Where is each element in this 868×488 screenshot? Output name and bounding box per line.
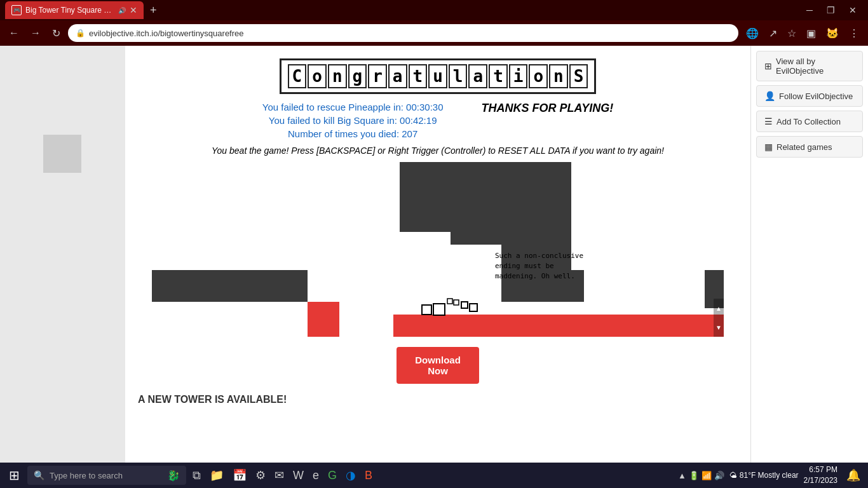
calendar-icon[interactable]: 📅	[229, 466, 250, 485]
congrats-s: S	[569, 64, 588, 88]
edge2-icon[interactable]: ◑	[342, 466, 360, 485]
forward-button[interactable]: →	[27, 25, 44, 41]
congrats-u: u	[428, 64, 447, 88]
collection-icon: ☰	[764, 116, 773, 126]
stat-pineapple: You failed to rescue Pineapple in: 00:30…	[262, 102, 444, 112]
stats-left: You failed to rescue Pineapple in: 00:30…	[262, 102, 444, 142]
platform-step2	[451, 245, 501, 270]
minimize-button[interactable]: ─	[800, 3, 819, 18]
related-games-label: Related games	[776, 142, 832, 152]
google-icon[interactable]: 🌐	[742, 25, 763, 42]
svg-rect-3	[454, 300, 459, 305]
task-view-icon[interactable]: ⧉	[189, 466, 205, 485]
congrats-a: a	[388, 64, 407, 88]
view-all-label: View all by EvilObjective	[776, 57, 855, 76]
view-all-button[interactable]: ⊞ View all by EvilObjective	[756, 51, 863, 81]
url-text: evilobjective.itch.io/bigtowertinysquare…	[89, 29, 244, 38]
related-icon: ▦	[764, 142, 773, 152]
congrats-a2: a	[468, 64, 487, 88]
download-button[interactable]: Download Now	[397, 347, 479, 384]
volume-icon: 🔊	[714, 471, 724, 480]
tray-up-icon: ▲	[678, 471, 686, 480]
taskbar-pinned-icons: ⧉ 📁 📅 ⚙ ✉ W e G ◑ B	[189, 466, 376, 485]
close-button[interactable]: ✕	[843, 3, 863, 18]
svg-rect-2	[447, 299, 452, 304]
mail-icon[interactable]: ✉	[271, 466, 288, 485]
congrats-t2: t	[489, 64, 508, 88]
clock-widget: 6:57 PM 2/17/2023	[804, 464, 837, 486]
start-button[interactable]: ⊞	[4, 465, 25, 485]
congrats-c: C	[288, 64, 307, 88]
tab-close-btn[interactable]: ✕	[130, 5, 137, 15]
congrats-n2: n	[549, 64, 568, 88]
svg-rect-5	[470, 304, 477, 311]
player-characters	[416, 286, 492, 337]
word-icon[interactable]: W	[289, 466, 308, 485]
tab-favicon: 🎮	[11, 5, 22, 15]
bookmark-icon[interactable]: ☆	[783, 25, 800, 42]
sidebar-avatar	[43, 135, 81, 173]
explorer-icon[interactable]: 📁	[206, 466, 227, 485]
profile-icon[interactable]: 🐱	[822, 25, 843, 42]
game-canvas: Such a non-conclusive ending must be mad…	[152, 162, 724, 337]
system-tray-icons: ▲ 🔋 📶 🔊	[678, 471, 724, 480]
search-icon: 🔍	[34, 470, 44, 480]
svg-rect-0	[422, 305, 431, 315]
platform-top-left	[152, 162, 400, 270]
tab-area: 🎮 Big Tower Tiny Square by Ev 🔊 ✕ +	[5, 1, 161, 19]
battery-icon: 🔋	[689, 471, 699, 480]
congrats-r: r	[368, 64, 387, 88]
stats-right: THANKS FOR PLAYING!	[482, 102, 614, 115]
time-display: 6:57 PM	[804, 464, 837, 475]
follow-button[interactable]: 👤 Follow EvilObjective	[756, 85, 863, 107]
share-icon[interactable]: ↗	[765, 25, 781, 42]
related-games-button[interactable]: ▦ Related games	[756, 136, 863, 158]
congrats-i: i	[509, 64, 528, 88]
menu-icon[interactable]: ⋮	[845, 25, 863, 42]
congrats-o: o	[308, 64, 327, 88]
brave-icon[interactable]: B	[361, 466, 376, 485]
window-controls: ─ ❐ ✕	[800, 3, 863, 18]
weather-text: 81°F Mostly clear	[740, 471, 799, 480]
network-icon: 📶	[702, 471, 712, 480]
notification-icon[interactable]: 🔔	[843, 466, 864, 485]
red-platform-left	[308, 302, 339, 337]
new-tower-text: A NEW TOWER IS AVAILABLE!	[138, 394, 738, 405]
svg-rect-1	[433, 304, 445, 315]
grid-icon: ⊞	[764, 61, 772, 71]
dragon-icon: 🐉	[167, 470, 180, 482]
search-placeholder: Type here to search	[50, 471, 123, 480]
add-collection-button[interactable]: ☰ Add To Collection	[756, 111, 863, 132]
weather-widget: 🌤 81°F Mostly clear	[729, 471, 799, 480]
dark-cutout1	[152, 270, 308, 302]
new-tab-button[interactable]: +	[146, 4, 161, 17]
main-content: C o n g r a t u l a t i o n S You failed…	[125, 46, 750, 463]
chrome-icon[interactable]: G	[324, 466, 341, 485]
refresh-button[interactable]: ↻	[48, 25, 64, 42]
taskbar-search-box[interactable]: 🔍 Type here to search 🐉	[27, 466, 186, 485]
settings-icon[interactable]: ⚙	[252, 466, 269, 485]
browser-action-icons: 🌐 ↗ ☆ ▣ 🐱 ⋮	[742, 25, 863, 42]
back-button[interactable]: ←	[5, 25, 23, 41]
platform-top-right	[571, 162, 724, 270]
maximize-button[interactable]: ❐	[820, 3, 841, 18]
scroll-indicator: ▲ ▼	[714, 299, 724, 337]
congrats-heading: C o n g r a t u l a t i o n S	[138, 58, 738, 98]
browser-content: C o n g r a t u l a t i o n S You failed…	[0, 46, 868, 463]
follow-label: Follow EvilObjective	[779, 92, 853, 101]
date-display: 2/17/2023	[804, 475, 837, 486]
edge-icon[interactable]: e	[309, 466, 323, 485]
congrats-o2: o	[529, 64, 548, 88]
extension-icon[interactable]: ▣	[803, 25, 820, 42]
tab-title: Big Tower Tiny Square by Ev	[25, 6, 114, 15]
taskbar: ⊞ 🔍 Type here to search 🐉 ⧉ 📁 📅 ⚙ ✉ W e …	[0, 463, 868, 488]
right-panel: ⊞ View all by EvilObjective 👤 Follow Evi…	[750, 46, 868, 463]
weather-icon: 🌤	[729, 471, 737, 480]
browser-tab[interactable]: 🎮 Big Tower Tiny Square by Ev 🔊 ✕	[5, 1, 144, 19]
add-collection-label: Add To Collection	[776, 117, 841, 126]
left-sidebar	[0, 46, 125, 463]
address-input[interactable]: 🔒 evilobjective.itch.io/bigtowertinysqua…	[68, 24, 738, 42]
taskbar-right: ▲ 🔋 📶 🔊 🌤 81°F Mostly clear 6:57 PM 2/17…	[678, 464, 864, 486]
thanks-text: THANKS FOR PLAYING!	[482, 102, 614, 115]
stats-row: You failed to rescue Pineapple in: 00:30…	[138, 102, 738, 142]
